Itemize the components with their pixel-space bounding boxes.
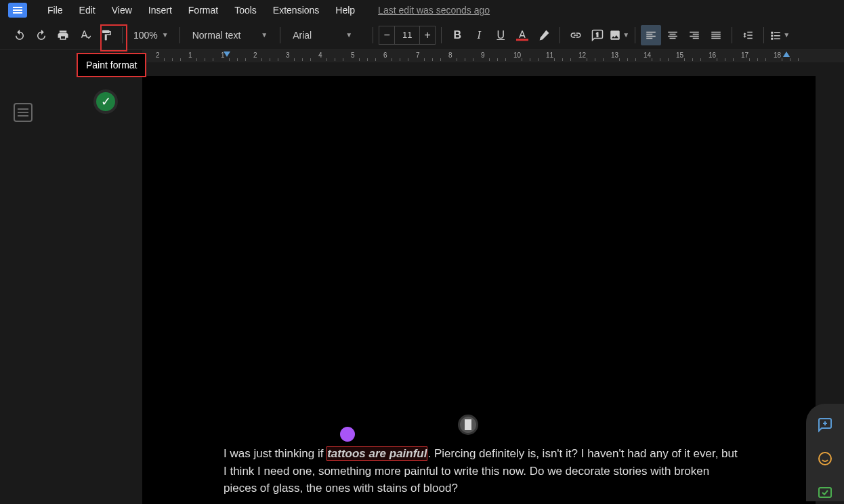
font-size-control: − + [379,26,436,45]
document-text[interactable]: I was just thinking if tattoos are painf… [224,445,738,497]
text-pre[interactable]: I was just thinking if [224,447,326,460]
ruler-number: 16 [709,51,716,59]
highlight-button[interactable] [534,25,554,45]
zoom-selector[interactable]: 100%▼ [128,30,174,41]
ruler-number: 1 [188,51,192,59]
menu-edit[interactable]: Edit [72,2,102,18]
menu-help[interactable]: Help [329,2,362,18]
line-spacing-button[interactable] [738,25,758,45]
ruler-number: 2 [253,51,257,59]
italic-button[interactable]: I [469,25,489,45]
ruler-number: 13 [611,51,618,59]
print-button[interactable] [53,25,73,45]
style-selector[interactable]: Normal text▼ [186,30,274,41]
check-badge-icon[interactable]: ✓ [93,89,118,114]
menu-file[interactable]: File [41,2,70,18]
underline-button[interactable]: U [490,25,511,45]
undo-button[interactable] [9,25,30,45]
align-justify-button[interactable] [706,25,726,45]
font-size-increase[interactable]: + [419,26,436,45]
font-size-decrease[interactable]: − [379,26,395,45]
svg-point-1 [819,453,831,465]
ruler-number: 6 [383,51,387,59]
ruler-number: 17 [741,51,748,59]
menu-insert[interactable]: Insert [142,2,179,18]
add-comment-rail-button[interactable] [816,416,834,434]
workspace: ✓ I was just thinking if tattoos are pai… [0,62,844,504]
collaborator-cursor-1 [339,425,356,443]
ruler-number: 8 [448,51,452,59]
font-size-input[interactable] [395,26,419,45]
menu-extensions[interactable]: Extensions [266,2,326,18]
align-center-button[interactable] [662,25,683,45]
ruler[interactable]: 21123456789101112131415161718 [142,50,844,62]
outline-toggle-button[interactable] [14,103,33,122]
menu-view[interactable]: View [105,2,139,18]
font-selector[interactable]: Arial▼ [286,30,367,41]
ruler-number: 2 [156,51,160,59]
page-area: ✓ I was just thinking if tattoos are pai… [46,62,844,504]
ruler-number: 10 [513,51,521,59]
paint-format-button[interactable] [96,25,117,45]
ruler-number: 7 [416,51,420,59]
link-button[interactable] [566,25,586,45]
spellcheck-button[interactable] [75,25,95,45]
suggest-rail-button[interactable] [816,484,834,501]
svg-rect-2 [819,488,831,497]
document-page[interactable]: I was just thinking if tattoos are painf… [142,76,816,504]
ruler-number: 14 [643,51,651,59]
ruler-number: 18 [774,51,781,59]
last-edit-link[interactable]: Last edit was seconds ago [378,5,490,16]
ruler-number: 12 [578,51,586,59]
collaborator-cursor-2 [458,415,478,435]
docs-logo-icon[interactable] [8,3,27,18]
right-rail [806,404,844,501]
ruler-number: 11 [546,51,553,59]
text-color-button[interactable] [512,25,532,45]
align-right-button[interactable] [684,25,704,45]
menubar: File Edit View Insert Format Tools Exten… [0,0,844,20]
highlighted-text[interactable]: tattoos are painful [326,446,427,461]
menu-tools[interactable]: Tools [228,2,263,18]
checklist-button[interactable]: ▼ [769,25,790,45]
left-panel [0,62,46,504]
align-left-button[interactable] [641,25,661,45]
ruler-number: 9 [481,51,485,59]
ruler-number: 15 [676,51,683,59]
svg-rect-0 [516,39,528,41]
bold-button[interactable]: B [447,25,467,45]
comment-button[interactable] [587,25,608,45]
image-button[interactable]: ▼ [609,25,629,45]
redo-button[interactable] [31,25,51,45]
ruler-number: 5 [351,51,355,59]
paint-format-tooltip: Paint format [77,53,146,77]
toolbar: 100%▼ Normal text▼ Arial▼ − + B I U ▼ ▼ [0,20,844,50]
emoji-rail-button[interactable] [816,450,834,467]
ruler-number: 1 [221,51,225,59]
menu-format[interactable]: Format [182,2,225,18]
ruler-number: 3 [286,51,290,59]
ruler-number: 4 [318,51,322,59]
